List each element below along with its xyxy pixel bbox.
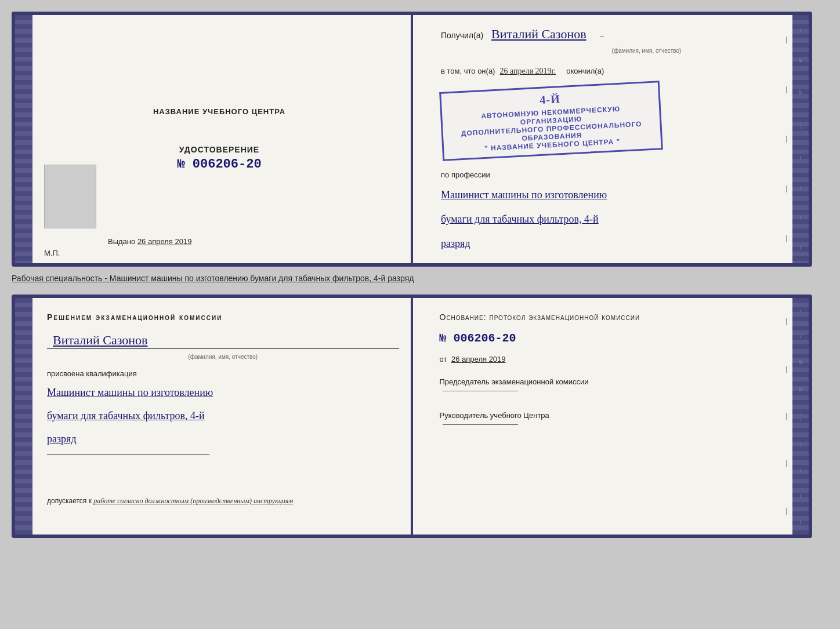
issued-line: Выдано 26 апреля 2019 bbox=[108, 237, 191, 246]
diploma-left-page: НАЗВАНИЕ УЧЕБНОГО ЦЕНТРА УДОСТОВЕРЕНИЕ №… bbox=[15, 15, 418, 263]
allowed-value: работе согласно должностным (производств… bbox=[93, 497, 293, 505]
bottom-date: от 26 апреля 2019 bbox=[440, 355, 792, 363]
bottom-date-value: 26 апреля 2019 bbox=[451, 355, 506, 363]
bottom-diploma-book: Решением экзаменационной комиссии Витали… bbox=[12, 294, 812, 538]
bottom-vert-char-8: – bbox=[798, 495, 804, 498]
bottom-person-name: Виталий Сазонов bbox=[53, 333, 147, 347]
bottom-qualification-line3: разряд bbox=[47, 431, 399, 448]
bottom-vert-char-3: и bbox=[798, 361, 804, 364]
cert-label: УДОСТОВЕРЕНИЕ bbox=[179, 145, 259, 154]
finished-label: окончил(а) bbox=[566, 67, 604, 75]
top-fio-label: (фамилия, имя, отчество) bbox=[502, 48, 791, 54]
in-that-row: в том, что он(а) 26 апреля 2019г. окончи… bbox=[441, 63, 791, 76]
profession-prefix: по профессии bbox=[441, 170, 791, 179]
chairman-title: Председатель экзаменационной комиссии bbox=[440, 377, 792, 386]
page-container: НАЗВАНИЕ УЧЕБНОГО ЦЕНТРА УДОСТОВЕРЕНИЕ №… bbox=[12, 12, 828, 538]
bottom-vert-char-7: – bbox=[798, 469, 804, 472]
bottom-vert-char-9: – bbox=[798, 521, 804, 524]
issued-date: 26 апреля 2019 bbox=[137, 237, 192, 246]
bottom-right-edge-decoration: – – и ,а ←- – – – – bbox=[792, 298, 809, 535]
center-title: НАЗВАНИЕ УЧЕБНОГО ЦЕНТРА bbox=[153, 107, 285, 116]
stamp-box: 4-й АВТОНОМНУЮ НЕКОММЕРЧЕСКУЮ ОРГАНИЗАЦИ… bbox=[439, 81, 663, 161]
received-prefix: Получил(а) bbox=[441, 31, 483, 40]
diploma-right-page: Получил(а) Виталий Сазонов – (фамилия, и… bbox=[418, 15, 809, 263]
assigned-label: присвоена квалификация bbox=[47, 369, 399, 378]
bottom-right-page: Основание: протокол экзаменационной коми… bbox=[417, 298, 809, 535]
middle-label: Рабочая специальность - Машинист машины … bbox=[12, 274, 828, 283]
allowed-label: допускается к работе согласно должностны… bbox=[47, 497, 399, 517]
bottom-vert-char-1: – bbox=[798, 310, 804, 313]
basis-title: Основание: протокол экзаменационной коми… bbox=[440, 312, 792, 322]
photo-placeholder bbox=[44, 165, 96, 228]
vert-char-3: ,а bbox=[798, 89, 804, 94]
top-diploma-book: НАЗВАНИЕ УЧЕБНОГО ЦЕНТРА УДОСТОВЕРЕНИЕ №… bbox=[12, 12, 812, 267]
dash-4 bbox=[786, 186, 787, 192]
bottom-number: № 006206-20 bbox=[440, 332, 792, 345]
bottom-vert-char-4: ,а bbox=[798, 386, 804, 391]
in-that-prefix: в том, что он(а) bbox=[441, 67, 495, 75]
dash-3 bbox=[786, 136, 787, 143]
manager-signature-line bbox=[443, 424, 518, 425]
received-row: Получил(а) Виталий Сазонов – bbox=[441, 27, 791, 42]
bottom-vert-char-5: ←- bbox=[798, 413, 804, 421]
cert-date-value: 26 апреля 2019г. bbox=[499, 67, 556, 76]
bottom-dash-4 bbox=[786, 460, 787, 467]
profession-line3: разряд bbox=[441, 235, 791, 252]
date-prefix: от bbox=[440, 355, 447, 363]
bottom-dash-1 bbox=[786, 318, 787, 325]
issued-prefix: Выдано bbox=[108, 237, 135, 246]
vert-char-2: и bbox=[798, 59, 804, 63]
dash-5 bbox=[786, 235, 787, 242]
bottom-dash-5 bbox=[786, 508, 787, 515]
top-dashes bbox=[782, 15, 790, 263]
profession-line1: Машинист машины по изготовлению bbox=[441, 187, 791, 203]
cert-number: № 006206-20 bbox=[177, 157, 261, 172]
right-edge-decoration: – и ,а ←- – – – – bbox=[792, 15, 809, 263]
bottom-qualification-line2: бумаги для табачных фильтров, 4-й bbox=[47, 408, 399, 424]
allowed-prefix: допускается к bbox=[47, 497, 92, 505]
vert-char-6: – bbox=[798, 186, 804, 190]
vert-char-7: – bbox=[798, 216, 804, 220]
bottom-dash-2 bbox=[786, 366, 787, 373]
dash-2 bbox=[786, 86, 787, 93]
chairman-block: Председатель экзаменационной комиссии bbox=[440, 377, 792, 395]
vert-char-8: – bbox=[798, 246, 804, 250]
bottom-qualification-line1: Машинист машины по изготовлению bbox=[47, 384, 399, 401]
bottom-dash-3 bbox=[786, 413, 787, 420]
bottom-vert-char-2: – bbox=[798, 335, 804, 339]
bottom-person-row: Виталий Сазонов bbox=[47, 333, 399, 349]
manager-block: Руководитель учебного Центра bbox=[440, 411, 792, 428]
bottom-top-dashes bbox=[782, 298, 790, 535]
chairman-signature-line bbox=[443, 391, 518, 391]
vert-char-4: ←- bbox=[798, 121, 804, 129]
vert-char-5: – bbox=[798, 156, 804, 159]
profession-line2: бумаги для табачных фильтров, 4-й bbox=[441, 211, 791, 228]
qualification-underline bbox=[47, 453, 209, 455]
commission-title: Решением экзаменационной комиссии bbox=[47, 312, 399, 322]
vert-char-1: – bbox=[798, 28, 804, 32]
bottom-left-page: Решением экзаменационной комиссии Витали… bbox=[15, 298, 417, 535]
name-underline bbox=[47, 348, 399, 349]
mp-label: М.П. bbox=[44, 249, 60, 257]
dash-1 bbox=[786, 37, 787, 43]
manager-title: Руководитель учебного Центра bbox=[440, 411, 792, 420]
bottom-vert-char-6: – bbox=[798, 443, 804, 447]
recipient-name: Виталий Сазонов bbox=[491, 27, 586, 42]
bottom-fio-label: (фамилия, имя, отчество) bbox=[47, 354, 399, 360]
